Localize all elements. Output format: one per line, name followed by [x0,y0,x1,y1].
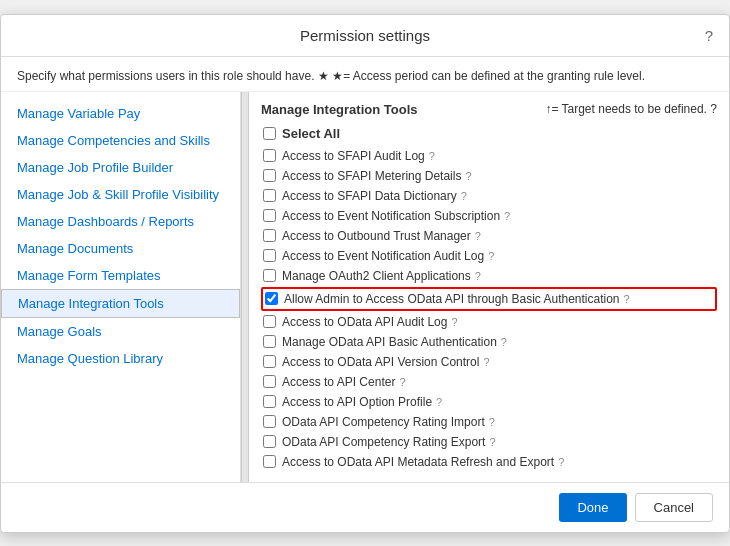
permission-checkbox[interactable] [263,127,276,140]
permission-item: Select All [261,123,717,144]
permission-label: OData API Competency Rating Import [282,415,485,429]
right-panel: Manage Integration Tools ↑= Target needs… [249,92,729,482]
permission-label: OData API Competency Rating Export [282,435,485,449]
panel-note-help-icon[interactable]: ? [710,102,717,116]
nav-divider [241,92,249,482]
help-icon[interactable]: ? [705,27,713,44]
permission-label: Access to SFAPI Metering Details [282,169,461,183]
permission-checkbox[interactable] [263,435,276,448]
permission-label: Manage OData API Basic Authentication [282,335,497,349]
permission-help-icon[interactable]: ? [624,293,630,305]
permission-item: Access to OData API Metadata Refresh and… [261,452,717,472]
permission-help-icon[interactable]: ? [475,270,481,282]
panel-header: Manage Integration Tools ↑= Target needs… [261,102,717,117]
permission-checkbox[interactable] [263,315,276,328]
permission-settings-modal: Permission settings ? Specify what permi… [0,14,730,533]
permission-label: Access to Event Notification Subscriptio… [282,209,500,223]
modal-header: Permission settings ? [1,15,729,57]
permission-item: Manage OData API Basic Authentication? [261,332,717,352]
permission-label: Access to SFAPI Audit Log [282,149,425,163]
permission-help-icon[interactable]: ? [501,336,507,348]
left-nav: Manage Variable PayManage Competencies a… [1,92,241,482]
permission-label: Access to Event Notification Audit Log [282,249,484,263]
permissions-list: Select AllAccess to SFAPI Audit Log?Acce… [261,123,717,472]
permission-item: Access to Event Notification Audit Log? [261,246,717,266]
permission-help-icon[interactable]: ? [461,190,467,202]
permission-item: Access to Outbound Trust Manager? [261,226,717,246]
permission-item: Access to Event Notification Subscriptio… [261,206,717,226]
permission-item: Access to SFAPI Data Dictionary? [261,186,717,206]
permission-checkbox[interactable] [263,355,276,368]
permission-checkbox[interactable] [263,415,276,428]
permission-checkbox[interactable] [263,249,276,262]
permission-item: Access to API Option Profile? [261,392,717,412]
description-note: ★= Access period can be defined at the g… [332,69,645,83]
permission-label: Access to API Center [282,375,395,389]
permission-checkbox[interactable] [263,209,276,222]
permission-label: Access to Outbound Trust Manager [282,229,471,243]
modal-title: Permission settings [300,27,430,44]
permission-checkbox[interactable] [263,169,276,182]
permission-checkbox[interactable] [263,189,276,202]
permission-help-icon[interactable]: ? [489,436,495,448]
permission-item: OData API Competency Rating Import? [261,412,717,432]
permission-item: Access to OData API Version Control? [261,352,717,372]
target-note: ↑= Target needs to be defined. [545,102,707,116]
permission-checkbox[interactable] [265,292,278,305]
permission-help-icon[interactable]: ? [451,316,457,328]
permission-checkbox[interactable] [263,269,276,282]
permission-help-icon[interactable]: ? [483,356,489,368]
permission-label: Select All [282,126,340,141]
sidebar-item[interactable]: Manage Goals [1,318,240,345]
permission-item: OData API Competency Rating Export? [261,432,717,452]
permission-help-icon[interactable]: ? [488,250,494,262]
permission-help-icon[interactable]: ? [504,210,510,222]
permission-item: Access to SFAPI Metering Details? [261,166,717,186]
permission-label: Access to SFAPI Data Dictionary [282,189,457,203]
permission-checkbox[interactable] [263,149,276,162]
permission-item: Access to OData API Audit Log? [261,312,717,332]
sidebar-item[interactable]: Manage Form Templates [1,262,240,289]
permission-label: Access to OData API Audit Log [282,315,447,329]
modal-body: Manage Variable PayManage Competencies a… [1,91,729,482]
permission-help-icon[interactable]: ? [475,230,481,242]
sidebar-item[interactable]: Manage Dashboards / Reports [1,208,240,235]
permission-help-icon[interactable]: ? [558,456,564,468]
sidebar-item[interactable]: Manage Job Profile Builder [1,154,240,181]
sidebar-item[interactable]: Manage Documents [1,235,240,262]
permission-help-icon[interactable]: ? [465,170,471,182]
permission-item: Allow Admin to Access OData API through … [261,287,717,311]
modal-description: Specify what permissions users in this r… [1,57,729,91]
permission-checkbox[interactable] [263,395,276,408]
sidebar-item[interactable]: Manage Job & Skill Profile Visibility [1,181,240,208]
permission-help-icon[interactable]: ? [489,416,495,428]
permission-item: Access to SFAPI Audit Log? [261,146,717,166]
permission-checkbox[interactable] [263,335,276,348]
permission-item: Manage OAuth2 Client Applications? [261,266,717,286]
permission-help-icon[interactable]: ? [399,376,405,388]
permission-help-icon[interactable]: ? [436,396,442,408]
permission-label: Manage OAuth2 Client Applications [282,269,471,283]
sidebar-item[interactable]: Manage Integration Tools [1,289,240,318]
panel-title: Manage Integration Tools [261,102,418,117]
sidebar-item[interactable]: Manage Competencies and Skills [1,127,240,154]
permission-help-icon[interactable]: ? [429,150,435,162]
permission-label: Access to OData API Version Control [282,355,479,369]
sidebar-item[interactable]: Manage Question Library [1,345,240,372]
permission-label: Allow Admin to Access OData API through … [284,292,620,306]
permission-checkbox[interactable] [263,229,276,242]
permission-checkbox[interactable] [263,455,276,468]
permission-label: Access to API Option Profile [282,395,432,409]
permission-checkbox[interactable] [263,375,276,388]
done-button[interactable]: Done [559,493,626,522]
description-text: Specify what permissions users in this r… [17,69,314,83]
permission-item: Access to API Center? [261,372,717,392]
panel-note: ↑= Target needs to be defined. ? [545,102,717,116]
sidebar-item[interactable]: Manage Variable Pay [1,100,240,127]
modal-footer: Done Cancel [1,482,729,532]
cancel-button[interactable]: Cancel [635,493,713,522]
permission-label: Access to OData API Metadata Refresh and… [282,455,554,469]
star-icon: ★ [318,69,329,83]
